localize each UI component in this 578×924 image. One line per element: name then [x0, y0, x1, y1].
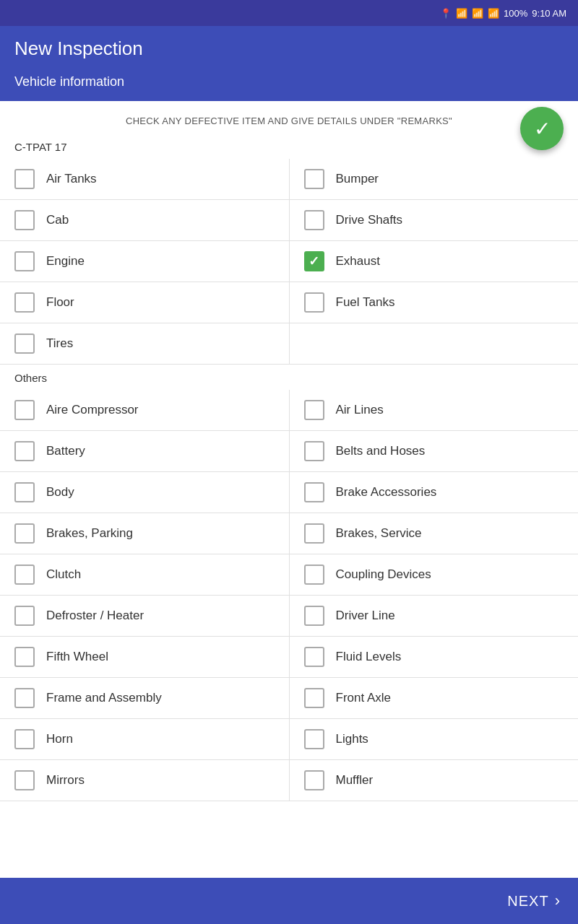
checkbox-cell-left-1-6[interactable]: Fifth Wheel [0, 637, 289, 677]
vehicle-information-label: Vehicle information [14, 74, 564, 101]
checkbox-frame-and-assembly[interactable] [14, 688, 35, 708]
table-row: BatteryBelts and Hoses [0, 431, 578, 472]
checkbox-floor[interactable] [14, 292, 35, 313]
checkbox-cell-left-0-2[interactable]: Engine [0, 241, 289, 282]
checkbox-cell-left-0-0[interactable]: Air Tanks [0, 159, 289, 199]
table-row: Air TanksBumper [0, 159, 578, 200]
checkbox-mirrors[interactable] [14, 770, 35, 790]
checkbox-brakes,-service[interactable] [304, 523, 324, 544]
checkbox-cell-right-1-8[interactable]: Lights [289, 719, 579, 759]
section-0: C-TPAT 17Air TanksBumperCabDrive ShaftsE… [0, 134, 578, 365]
checkbox-cell-right-1-2[interactable]: Brake Accessories [289, 472, 579, 513]
checkbox-clutch[interactable] [14, 565, 35, 585]
checkbox-exhaust[interactable] [304, 251, 324, 271]
checkbox-cell-right-1-5[interactable]: Driver Line [289, 596, 579, 636]
checkbox-cell-right-1-7[interactable]: Front Axle [289, 678, 579, 718]
checkbox-cell-left-0-3[interactable]: Floor [0, 282, 289, 323]
table-row: HornLights [0, 719, 578, 760]
checkbox-cab[interactable] [14, 210, 35, 230]
label-horn: Horn [46, 732, 73, 746]
label-exhaust: Exhaust [336, 254, 380, 269]
checkbox-defroster-/-heater[interactable] [14, 606, 35, 626]
checkbox-cell-left-1-3[interactable]: Brakes, Parking [0, 513, 289, 554]
time-text: 9:10 AM [532, 8, 566, 19]
label-floor: Floor [46, 295, 74, 310]
label-fluid-levels: Fluid Levels [336, 650, 402, 664]
checkbox-air-lines[interactable] [304, 400, 324, 420]
checkbox-aire-compressor[interactable] [14, 400, 35, 420]
checkbox-air-tanks[interactable] [14, 169, 35, 189]
checkbox-battery[interactable] [14, 441, 35, 461]
checkbox-cell-left-1-7[interactable]: Frame and Assembly [0, 678, 289, 718]
checkbox-bumper[interactable] [304, 169, 324, 189]
table-row: Defroster / HeaterDriver Line [0, 596, 578, 637]
checkbox-belts-and-hoses[interactable] [304, 441, 324, 461]
page-title: New Inspection [14, 38, 564, 60]
label-brakes,-service: Brakes, Service [336, 526, 422, 541]
checkbox-cell-right-1-6[interactable]: Fluid Levels [289, 637, 579, 677]
checkbox-cell-left-1-0[interactable]: Aire Compressor [0, 390, 289, 430]
label-air-tanks: Air Tanks [46, 172, 97, 186]
checkbox-cell-right-1-0[interactable]: Air Lines [289, 390, 579, 430]
table-row: Aire CompressorAir Lines [0, 390, 578, 431]
checkbox-cell-right-0-1[interactable]: Drive Shafts [289, 200, 579, 240]
label-battery: Battery [46, 444, 85, 458]
checkbox-tires[interactable] [14, 334, 35, 354]
checkbox-cell-left-1-4[interactable]: Clutch [0, 554, 289, 595]
checkbox-body[interactable] [14, 482, 35, 502]
table-row: CabDrive Shafts [0, 200, 578, 241]
checkbox-cell-right-0-2[interactable]: Exhaust [289, 241, 579, 282]
checkbox-muffler[interactable] [304, 770, 324, 790]
bottom-navigation: NEXT › [0, 878, 578, 924]
label-driver-line: Driver Line [336, 609, 395, 623]
next-button[interactable]: NEXT › [507, 892, 561, 910]
checkbox-cell-left-1-8[interactable]: Horn [0, 719, 289, 759]
label-front-axle: Front Axle [336, 691, 392, 705]
table-row: MirrorsMuffler [0, 760, 578, 801]
battery-text: 100% [504, 8, 527, 19]
section-label-1: Others [0, 365, 578, 390]
checkbox-fluid-levels[interactable] [304, 647, 324, 667]
checkbox-cell-left-0-1[interactable]: Cab [0, 200, 289, 240]
checkbox-horn[interactable] [14, 729, 35, 749]
checkbox-cell-left-1-2[interactable]: Body [0, 472, 289, 513]
checkbox-cell-right-1-3[interactable]: Brakes, Service [289, 513, 579, 554]
checkbox-cell-left-1-5[interactable]: Defroster / Heater [0, 596, 289, 636]
label-cab: Cab [46, 213, 69, 227]
label-belts-and-hoses: Belts and Hoses [336, 444, 426, 458]
checkbox-cell-right-1-1[interactable]: Belts and Hoses [289, 431, 579, 471]
sections-container: C-TPAT 17Air TanksBumperCabDrive ShaftsE… [0, 134, 578, 801]
checkbox-brakes,-parking[interactable] [14, 523, 35, 544]
checkbox-cell-right-0-0[interactable]: Bumper [289, 159, 579, 199]
checkbox-front-axle[interactable] [304, 688, 324, 708]
checkbox-drive-shafts[interactable] [304, 210, 324, 230]
table-row: BodyBrake Accessories [0, 472, 578, 513]
checkbox-lights[interactable] [304, 729, 324, 749]
checkbox-cell-left-0-4[interactable]: Tires [0, 323, 289, 364]
checkbox-cell-right-1-9[interactable]: Muffler [289, 760, 579, 801]
app-header: New Inspection Vehicle information [0, 26, 578, 101]
checkbox-fuel-tanks[interactable] [304, 292, 324, 313]
next-label: NEXT [507, 893, 548, 910]
checkbox-engine[interactable] [14, 251, 35, 271]
checkbox-cell-left-1-9[interactable]: Mirrors [0, 760, 289, 801]
checkbox-driver-line[interactable] [304, 606, 324, 626]
checkbox-fifth-wheel[interactable] [14, 647, 35, 667]
checkbox-grid-1: Aire CompressorAir LinesBatteryBelts and… [0, 390, 578, 801]
checkbox-cell-left-1-1[interactable]: Battery [0, 431, 289, 471]
checkbox-coupling-devices[interactable] [304, 565, 324, 585]
table-row: Brakes, ParkingBrakes, Service [0, 513, 578, 554]
label-brakes,-parking: Brakes, Parking [46, 526, 133, 541]
confirm-fab[interactable]: ✓ [520, 107, 564, 150]
status-icons: 📍 📶 📶 📶 100% 9:10 AM [440, 8, 566, 19]
section-1: OthersAire CompressorAir LinesBatteryBel… [0, 365, 578, 801]
checkbox-cell-right-1-4[interactable]: Coupling Devices [289, 554, 579, 595]
table-row: EngineExhaust [0, 241, 578, 282]
label-mirrors: Mirrors [46, 773, 85, 788]
checkbox-cell-right-0-3[interactable]: Fuel Tanks [289, 282, 579, 323]
label-clutch: Clutch [46, 567, 81, 582]
status-bar: 📍 📶 📶 📶 100% 9:10 AM [0, 0, 578, 26]
next-arrow-icon: › [555, 892, 561, 910]
bluetooth-icon: 📶 [456, 8, 467, 19]
checkbox-brake-accessories[interactable] [304, 482, 324, 502]
